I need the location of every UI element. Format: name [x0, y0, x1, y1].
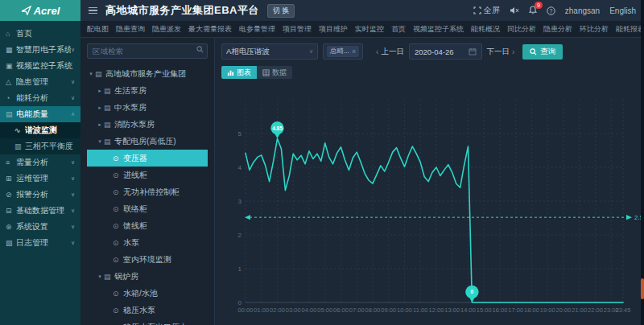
tab-bar: 配电图隐患查询隐患派发最大需量报表电参量管理项目管理项目维护实时监控首页视频监控…: [80, 21, 644, 38]
tree-node-水泵[interactable]: ⊙水泵: [87, 234, 208, 251]
tree-node-专配电房(高低压)[interactable]: ▾▤专配电房(高低压): [87, 133, 208, 150]
username[interactable]: zhangsan: [565, 6, 600, 15]
sidebar-item-label: 隐患管理: [16, 76, 71, 88]
x-tick-label: 20:00: [556, 306, 572, 314]
scrollbar-thumb[interactable]: [641, 278, 644, 299]
x-tick-label: 16:00: [493, 306, 508, 314]
tab-项目维护[interactable]: 项目维护: [319, 24, 348, 35]
tree-node-生活泵房[interactable]: ▸▤生活泵房: [87, 82, 208, 99]
harmonic-type-select[interactable]: A相电压谐波 ∨: [221, 43, 318, 60]
tab-实时监控[interactable]: 实时监控: [355, 24, 384, 35]
tab-环比分析[interactable]: 环比分析: [580, 24, 609, 35]
help-icon: ?: [547, 6, 555, 15]
sidebar-submenu: ∿谐波监测▥三相不平衡度: [0, 122, 80, 154]
sidebar-item-需量分析[interactable]: ≡需量分析∨: [0, 154, 80, 171]
tree-node-无功补偿控制柜[interactable]: ⊙无功补偿控制柜: [87, 183, 208, 200]
chevron-icon: ∨: [71, 191, 75, 198]
tab-项目管理[interactable]: 项目管理: [283, 24, 312, 35]
sidebar-item-首页[interactable]: ⌂首页: [0, 26, 80, 42]
help-button[interactable]: ?: [547, 6, 555, 15]
tree-node-label: 中水泵房: [114, 102, 147, 113]
tree-expand-icon[interactable]: ▾: [96, 138, 104, 145]
y-tick-label: 5: [238, 130, 242, 138]
tree-node-锅炉房[interactable]: ▾▤锅炉房: [87, 268, 208, 285]
tab-能耗概况[interactable]: 能耗概况: [471, 24, 500, 35]
tab-配电图[interactable]: 配电图: [87, 24, 109, 35]
sidebar-item-基础数据管理[interactable]: ⊟基础数据管理∨: [0, 203, 80, 219]
sidebar-item-电能质量[interactable]: ▤电能质量∧: [0, 106, 80, 122]
acrel-logo[interactable]: Acrel: [0, 0, 80, 21]
tree-expand-icon[interactable]: ▾: [96, 274, 104, 280]
sidebar-subitem-三相不平衡度[interactable]: ▥三相不平衡度: [0, 138, 80, 154]
mute-button[interactable]: [510, 6, 519, 14]
x-tick-label: 03:00: [286, 306, 301, 314]
sidebar-item-智慧用电子系统[interactable]: ▦智慧用电子系统∨: [0, 42, 80, 58]
tab-隐患查询[interactable]: 隐患查询: [116, 24, 145, 35]
tree-node-联络柜[interactable]: ⊙联络柜: [87, 200, 208, 217]
date-picker[interactable]: 2020-04-26: [409, 43, 482, 60]
tab-首页[interactable]: 首页: [391, 24, 406, 35]
operations-icon: ⊞: [6, 175, 16, 183]
tree-node-label: 馈线柜: [123, 220, 147, 232]
language-switch[interactable]: English: [609, 6, 636, 15]
metric-multiselect[interactable]: 总畸... ×: [323, 43, 363, 60]
page-scrollbar[interactable]: [641, 0, 644, 325]
tag-close-icon[interactable]: ×: [352, 47, 356, 56]
tab-最大需量报表[interactable]: 最大需量报表: [188, 24, 232, 35]
query-button[interactable]: 查询: [522, 44, 563, 60]
line-chart-svg[interactable]: 01234500:0001:0002:0003:0004:0005:0006:0…: [221, 79, 644, 320]
sidebar-item-视频监控子系统[interactable]: ▣视频监控子系统: [0, 58, 80, 74]
tree-node-稳压水泵[interactable]: ⊙稳压水泵: [87, 302, 208, 319]
fullscreen-button[interactable]: 全屏: [473, 5, 500, 16]
prev-day-button[interactable]: ‹ 上一日: [376, 47, 404, 57]
menu-toggle-icon[interactable]: [89, 7, 97, 14]
tab-电参量管理[interactable]: 电参量管理: [239, 24, 275, 35]
data-view-button[interactable]: 数据: [257, 66, 292, 79]
sidebar-item-系统设置[interactable]: ⊛系统设置∨: [0, 219, 80, 235]
tab-同比分析[interactable]: 同比分析: [507, 24, 536, 35]
tree-node-变压器[interactable]: ⊙变压器: [87, 150, 208, 167]
tree-expand-icon[interactable]: ▸: [96, 105, 104, 111]
tree-node-label: 稳压水泵出口压力: [123, 322, 188, 325]
tab-视频监控子系统[interactable]: 视频监控子系统: [413, 24, 464, 35]
tree-expand-icon[interactable]: ▾: [87, 71, 95, 77]
sidebar-subitem-谐波监测[interactable]: ∿谐波监测: [0, 122, 80, 138]
sidebar-item-报警分析[interactable]: ⊘报警分析∨: [0, 187, 80, 203]
tree-node-中水泵房[interactable]: ▸▤中水泵房: [87, 99, 208, 116]
tree-expand-icon[interactable]: ▸: [96, 121, 104, 128]
tree-node-室内环境监测[interactable]: ⊙室内环境监测: [87, 251, 208, 268]
tree-node-消防水泵房[interactable]: ▸▤消防水泵房: [87, 116, 208, 133]
meter-icon: ⊙: [113, 256, 123, 264]
chart-view-button[interactable]: 图表: [221, 66, 257, 79]
tree-node-高地城市服务产业集团[interactable]: ▾▤高地城市服务产业集团: [87, 65, 208, 82]
x-tick-label: 04:00: [302, 306, 317, 314]
tree-expand-icon[interactable]: ▸: [96, 88, 104, 94]
sidebar-nav: ⌂首页▦智慧用电子系统∨▣视频监控子系统△隐患管理∨◔能耗分析∨▤电能质量∧∿谐…: [0, 21, 80, 325]
meter-icon: ⊙: [113, 171, 123, 179]
region-search-input[interactable]: [87, 43, 208, 59]
tree-node-label: 锅炉房: [114, 271, 138, 282]
switch-button[interactable]: 切 换: [267, 4, 295, 18]
sidebar-item-label: 运维管理: [16, 173, 71, 184]
next-day-button[interactable]: 下一日 ›: [487, 47, 515, 57]
tab-隐患分析[interactable]: 隐患分析: [543, 24, 572, 35]
y-tick-label: 1: [238, 265, 242, 273]
tree-node-馈线柜[interactable]: ⊙馈线柜: [87, 217, 208, 234]
tab-隐患派发[interactable]: 隐患派发: [152, 24, 181, 35]
logo-plane-icon: [21, 6, 31, 15]
sidebar-item-运维管理[interactable]: ⊞运维管理∨: [0, 171, 80, 187]
tree-node-进线柜[interactable]: ⊙进线柜: [87, 167, 208, 183]
chart-view-label: 图表: [237, 68, 251, 78]
sidebar-item-日志管理[interactable]: ▧日志管理∨: [0, 235, 80, 251]
building-icon: ▤: [95, 70, 105, 78]
x-tick-label: 21:00: [572, 306, 587, 314]
tree-node-稳压水泵出口压力[interactable]: ⊙稳压水泵出口压力: [87, 319, 208, 325]
tree-node-水箱/水池[interactable]: ⊙水箱/水池: [87, 285, 208, 302]
x-tick-label: 18:00: [524, 306, 539, 314]
sidebar-item-能耗分析[interactable]: ◔能耗分析∨: [0, 90, 80, 106]
view-toggle: 图表 数据: [221, 66, 638, 79]
notifications-button[interactable]: 9: [529, 6, 537, 16]
meter-icon: ⊙: [113, 290, 123, 298]
tab-能耗报表[interactable]: 能耗报表: [616, 24, 644, 35]
sidebar-item-隐患管理[interactable]: △隐患管理∨: [0, 74, 80, 90]
